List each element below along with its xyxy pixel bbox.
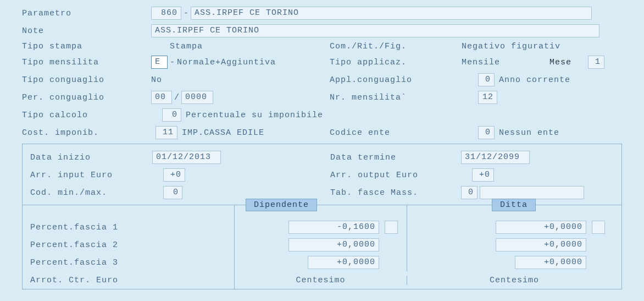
data-inizio-label: Data inizio: [30, 153, 152, 162]
data-inizio-value[interactable]: 01/12/2013: [152, 151, 221, 164]
percent-fascia-1-label: Percent.fascia 1: [23, 218, 235, 236]
tipo-mensilita-label: Tipo mensilita: [22, 58, 151, 67]
ditta-fascia-2[interactable]: +0,0000: [496, 238, 586, 251]
cost-imponib-desc: IMP.CASSA EDILE: [182, 128, 264, 138]
tipo-mensilita-desc: Normale+Aggiuntiva: [177, 58, 276, 67]
centesimo-dip: Centesimo: [235, 276, 407, 285]
mese-value[interactable]: 1: [588, 56, 604, 69]
tab-fasce-label: Tab. fasce Mass.: [330, 188, 461, 198]
tipo-stampa-value: Stampa: [170, 42, 203, 51]
tipo-conguaglio-label: Tipo conguaglio: [22, 75, 151, 85]
tipo-stampa-label: Tipo stampa: [22, 42, 151, 51]
separator: -: [170, 58, 175, 67]
details-box: Data inizio 01/12/2013 Data termine 31/1…: [22, 144, 622, 289]
nr-mensilita-value[interactable]: 12: [478, 91, 497, 104]
data-termine-label: Data termine: [330, 153, 461, 162]
arr-input-label: Arr. input Euro: [30, 171, 152, 180]
dip-fascia-2[interactable]: +0,0000: [288, 238, 379, 251]
parametro-code[interactable]: 860: [151, 7, 181, 20]
mese-label: Mese: [549, 58, 571, 67]
codice-ente-code[interactable]: 0: [478, 126, 495, 139]
appl-conguaglio-desc: Anno corrente: [499, 75, 570, 85]
percent-fascia-2-label: Percent.fascia 2: [23, 236, 235, 254]
codice-ente-desc: Nessun ente: [499, 128, 559, 138]
parametro-desc[interactable]: ASS.IRPEF CE TORINO: [191, 7, 592, 20]
appl-conguaglio-code[interactable]: 0: [478, 73, 495, 86]
appl-conguaglio-label: Appl.conguaglio: [330, 75, 478, 85]
dip-fascia-3[interactable]: +0,0000: [308, 256, 379, 269]
cost-imponib-code[interactable]: 11: [156, 126, 177, 139]
ditta-header: Ditta: [492, 199, 536, 211]
ditta-fascia-3[interactable]: +0,0000: [515, 256, 586, 269]
ditta-fascia-1-extra[interactable]: [592, 221, 605, 234]
per-conguaglio-yyyy[interactable]: 0000: [181, 91, 213, 104]
tipo-calcolo-desc: Percentuale su imponibile: [186, 111, 323, 120]
per-conguaglio-mm[interactable]: 00: [151, 91, 172, 104]
tipo-applicaz-label: Tipo applicaz.: [330, 58, 462, 67]
tipo-applicaz-value: Mensile: [462, 58, 549, 67]
codice-ente-label: Codice ente: [330, 128, 478, 138]
dipendente-header: Dipendente: [246, 199, 317, 211]
arr-output-label: Arr. output Euro: [330, 171, 472, 180]
com-rit-fig-value: Negativo figurativ: [462, 42, 560, 51]
cost-imponib-label: Cost. imponib.: [22, 128, 151, 138]
dip-fascia-1-extra[interactable]: [385, 221, 398, 234]
centesimo-ditta: Centesimo: [407, 276, 621, 285]
dip-fascia-1[interactable]: -0,1600: [288, 221, 379, 234]
note-field[interactable]: ASS.IRPEF CE TORINO: [151, 24, 599, 37]
separator: /: [174, 93, 179, 102]
separator: -: [184, 9, 188, 18]
percent-fascia-3-label: Percent.fascia 3: [23, 254, 235, 271]
ditta-fascia-1[interactable]: +0,0000: [496, 221, 586, 234]
cod-min-max-label: Cod. min./max.: [30, 188, 152, 198]
tipo-conguaglio-value: No: [151, 75, 162, 85]
parametro-label: Parametro: [22, 9, 151, 18]
nr-mensilita-label: Nr. mensilita`: [330, 93, 478, 102]
note-label: Note: [22, 26, 151, 36]
tipo-calcolo-code[interactable]: 0: [162, 108, 181, 122]
arr-input-value[interactable]: +0: [163, 168, 185, 182]
data-termine-value[interactable]: 31/12/2099: [461, 151, 530, 164]
cod-min-max-value[interactable]: 0: [163, 186, 182, 199]
per-conguaglio-label: Per. conguaglio: [22, 93, 151, 102]
tab-fasce-desc[interactable]: [480, 186, 584, 199]
arr-output-value[interactable]: +0: [472, 168, 494, 182]
arrot-ctr-label: Arrot. Ctr. Euro: [23, 271, 235, 289]
tab-fasce-value[interactable]: 0: [461, 186, 478, 199]
tipo-calcolo-label: Tipo calcolo: [22, 111, 151, 120]
tipo-mensilita-code[interactable]: E: [151, 56, 168, 69]
com-rit-fig-label: Com./Rit./Fig.: [330, 42, 462, 51]
